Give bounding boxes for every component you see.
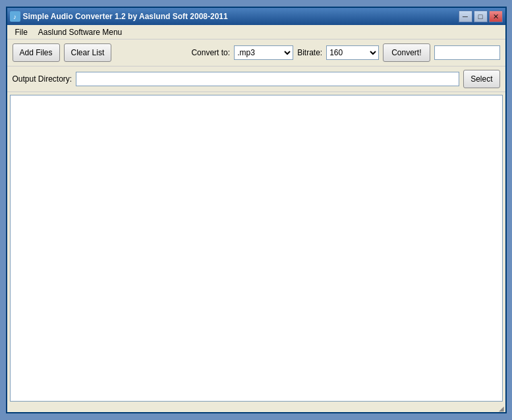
maximize-button[interactable]: □ bbox=[474, 11, 488, 22]
convert-to-label: Convert to: bbox=[191, 48, 230, 57]
bitrate-select[interactable]: 64 96 128 160 192 256 320 bbox=[326, 45, 379, 60]
progress-bar bbox=[434, 45, 500, 60]
main-window: ♪ Simple Audio Converter 1.2 by Aaslund … bbox=[6, 7, 507, 413]
close-button[interactable]: ✕ bbox=[489, 11, 503, 22]
app-icon: ♪ bbox=[10, 11, 20, 22]
window-title: Simple Audio Converter 1.2 by Aaslund So… bbox=[23, 12, 228, 21]
menu-item-aaslund[interactable]: Aaslund Software Menu bbox=[33, 26, 127, 38]
clear-list-button[interactable]: Clear List bbox=[64, 43, 112, 62]
menu-bar: File Aaslund Software Menu bbox=[7, 25, 505, 39]
convert-to-select[interactable]: .mp3 .wav .ogg .flac .aac bbox=[234, 45, 293, 60]
add-files-button[interactable]: Add Files bbox=[13, 43, 60, 62]
title-bar: ♪ Simple Audio Converter 1.2 by Aaslund … bbox=[7, 8, 505, 25]
directory-bar: Output Directory: Select bbox=[7, 66, 505, 92]
title-bar-left: ♪ Simple Audio Converter 1.2 by Aaslund … bbox=[10, 11, 228, 22]
toolbar: Add Files Clear List Convert to: .mp3 .w… bbox=[7, 39, 505, 66]
resize-handle: ◢ bbox=[7, 404, 505, 412]
bitrate-label: Bitrate: bbox=[297, 48, 322, 57]
title-bar-controls: ─ □ ✕ bbox=[459, 11, 503, 22]
output-directory-input[interactable] bbox=[76, 72, 459, 86]
menu-item-file[interactable]: File bbox=[10, 26, 33, 38]
file-list[interactable] bbox=[10, 95, 503, 402]
output-directory-label: Output Directory: bbox=[13, 74, 72, 84]
resize-icon: ◢ bbox=[499, 405, 504, 412]
convert-button[interactable]: Convert! bbox=[383, 43, 430, 62]
minimize-button[interactable]: ─ bbox=[459, 11, 472, 22]
select-directory-button[interactable]: Select bbox=[463, 70, 499, 88]
